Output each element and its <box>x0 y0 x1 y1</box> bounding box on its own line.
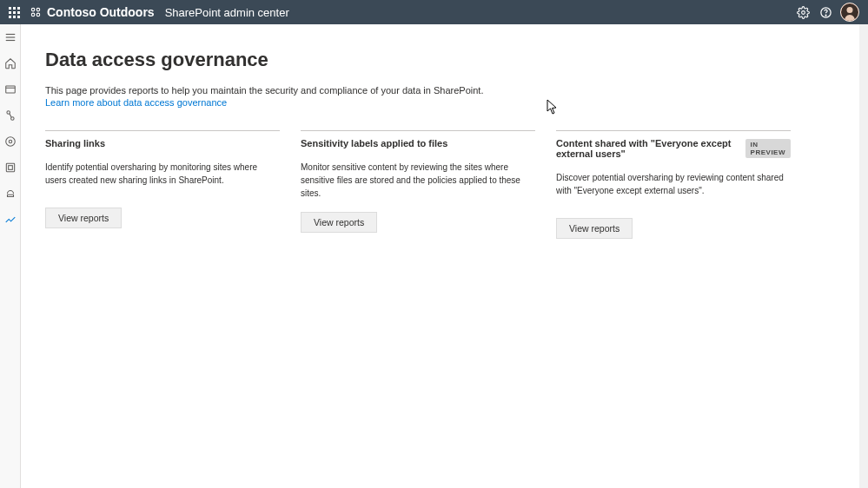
main-content: Data access governance This page provide… <box>21 24 868 488</box>
svg-point-4 <box>801 10 805 14</box>
nav-home-icon[interactable] <box>3 56 18 71</box>
page-description: This page provides reports to help you m… <box>45 85 844 96</box>
everyone-except-external-title: Content shared with "Everyone except ext… <box>556 138 739 159</box>
org-logo-icon <box>30 6 42 18</box>
page-title: Data access governance <box>45 49 844 71</box>
vertical-scrollbar[interactable] <box>859 24 868 488</box>
svg-line-16 <box>9 114 10 118</box>
sensitivity-labels-title: Sensitivity labels applied to files <box>301 138 447 148</box>
sensitivity-labels-card: Sensitivity labels applied to files Moni… <box>301 130 535 239</box>
suite-header: Contoso Outdoors SharePoint admin center <box>0 0 868 24</box>
nav-reports-icon[interactable] <box>3 212 18 228</box>
svg-point-0 <box>31 8 35 11</box>
svg-point-1 <box>36 8 40 11</box>
admin-center-label[interactable]: SharePoint admin center <box>165 6 289 19</box>
everyone-except-external-desc: Discover potential oversharing by review… <box>556 171 791 206</box>
sharing-links-title: Sharing links <box>45 138 105 148</box>
svg-point-18 <box>5 137 15 147</box>
svg-rect-12 <box>5 86 15 93</box>
app-launcher-icon[interactable] <box>5 3 23 21</box>
sharing-links-view-reports-button[interactable]: View reports <box>45 208 122 228</box>
svg-rect-19 <box>6 163 14 171</box>
sharing-links-desc: Identify potential oversharing by monito… <box>45 161 280 195</box>
nav-settings-icon[interactable] <box>3 134 18 149</box>
sharing-links-card: Sharing links Identify potential oversha… <box>45 130 280 239</box>
org-name: Contoso Outdoors <box>47 5 155 19</box>
svg-point-8 <box>847 7 853 13</box>
sensitivity-labels-desc: Monitor sensitive content by reviewing t… <box>301 161 535 200</box>
sensitivity-labels-view-reports-button[interactable]: View reports <box>301 212 377 233</box>
everyone-except-external-view-reports-button[interactable]: View reports <box>556 218 633 239</box>
svg-point-17 <box>9 140 12 143</box>
user-avatar[interactable] <box>840 3 859 22</box>
in-preview-badge: IN PREVIEW <box>745 139 791 158</box>
svg-point-3 <box>36 13 40 16</box>
cursor-icon <box>547 99 559 115</box>
nav-policies-icon[interactable] <box>3 108 18 123</box>
report-cards: Sharing links Identify potential oversha… <box>45 130 844 239</box>
nav-migration-icon[interactable] <box>3 186 18 201</box>
everyone-except-external-card: Content shared with "Everyone except ext… <box>556 130 791 239</box>
learn-more-link[interactable]: Learn more about data access governance <box>45 97 227 108</box>
svg-point-6 <box>825 15 826 16</box>
settings-icon[interactable] <box>792 1 814 23</box>
svg-rect-20 <box>8 166 12 170</box>
nav-sites-icon[interactable] <box>3 82 18 97</box>
svg-point-2 <box>31 13 35 16</box>
nav-collapse-icon[interactable] <box>3 30 18 45</box>
left-nav <box>0 24 21 488</box>
help-icon[interactable] <box>814 1 837 23</box>
nav-content-services-icon[interactable] <box>3 160 18 175</box>
